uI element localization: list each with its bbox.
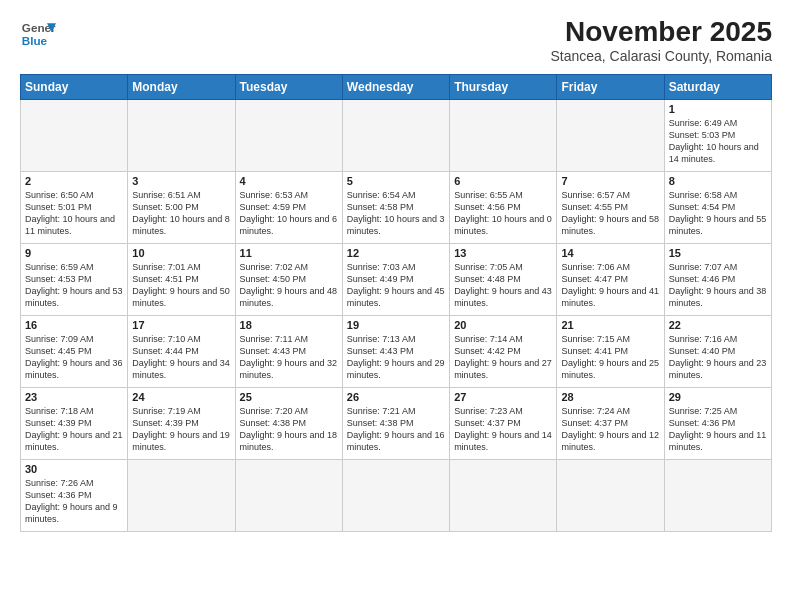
day-cell (557, 100, 664, 172)
col-saturday: Saturday (664, 75, 771, 100)
week-row-2: 9Sunrise: 6:59 AM Sunset: 4:53 PM Daylig… (21, 244, 772, 316)
day-info: Sunrise: 7:03 AM Sunset: 4:49 PM Dayligh… (347, 261, 445, 310)
day-number: 18 (240, 319, 338, 331)
day-info: Sunrise: 7:06 AM Sunset: 4:47 PM Dayligh… (561, 261, 659, 310)
day-cell: 3Sunrise: 6:51 AM Sunset: 5:00 PM Daylig… (128, 172, 235, 244)
day-info: Sunrise: 7:14 AM Sunset: 4:42 PM Dayligh… (454, 333, 552, 382)
day-cell (342, 100, 449, 172)
day-info: Sunrise: 6:50 AM Sunset: 5:01 PM Dayligh… (25, 189, 123, 238)
week-row-1: 2Sunrise: 6:50 AM Sunset: 5:01 PM Daylig… (21, 172, 772, 244)
day-cell: 12Sunrise: 7:03 AM Sunset: 4:49 PM Dayli… (342, 244, 449, 316)
day-info: Sunrise: 6:54 AM Sunset: 4:58 PM Dayligh… (347, 189, 445, 238)
day-cell: 25Sunrise: 7:20 AM Sunset: 4:38 PM Dayli… (235, 388, 342, 460)
day-number: 4 (240, 175, 338, 187)
day-info: Sunrise: 7:24 AM Sunset: 4:37 PM Dayligh… (561, 405, 659, 454)
day-cell: 24Sunrise: 7:19 AM Sunset: 4:39 PM Dayli… (128, 388, 235, 460)
day-cell: 4Sunrise: 6:53 AM Sunset: 4:59 PM Daylig… (235, 172, 342, 244)
calendar-title: November 2025 (550, 16, 772, 48)
day-number: 15 (669, 247, 767, 259)
day-number: 19 (347, 319, 445, 331)
day-cell: 22Sunrise: 7:16 AM Sunset: 4:40 PM Dayli… (664, 316, 771, 388)
day-cell (450, 460, 557, 532)
day-info: Sunrise: 7:16 AM Sunset: 4:40 PM Dayligh… (669, 333, 767, 382)
week-row-5: 30Sunrise: 7:26 AM Sunset: 4:36 PM Dayli… (21, 460, 772, 532)
day-info: Sunrise: 7:13 AM Sunset: 4:43 PM Dayligh… (347, 333, 445, 382)
day-cell: 21Sunrise: 7:15 AM Sunset: 4:41 PM Dayli… (557, 316, 664, 388)
week-row-3: 16Sunrise: 7:09 AM Sunset: 4:45 PM Dayli… (21, 316, 772, 388)
day-cell: 16Sunrise: 7:09 AM Sunset: 4:45 PM Dayli… (21, 316, 128, 388)
day-cell: 11Sunrise: 7:02 AM Sunset: 4:50 PM Dayli… (235, 244, 342, 316)
day-info: Sunrise: 7:10 AM Sunset: 4:44 PM Dayligh… (132, 333, 230, 382)
day-number: 13 (454, 247, 552, 259)
day-cell (664, 460, 771, 532)
day-cell: 30Sunrise: 7:26 AM Sunset: 4:36 PM Dayli… (21, 460, 128, 532)
calendar-body: 1Sunrise: 6:49 AM Sunset: 5:03 PM Daylig… (21, 100, 772, 532)
day-info: Sunrise: 7:26 AM Sunset: 4:36 PM Dayligh… (25, 477, 123, 526)
week-row-0: 1Sunrise: 6:49 AM Sunset: 5:03 PM Daylig… (21, 100, 772, 172)
day-cell: 15Sunrise: 7:07 AM Sunset: 4:46 PM Dayli… (664, 244, 771, 316)
day-info: Sunrise: 7:19 AM Sunset: 4:39 PM Dayligh… (132, 405, 230, 454)
day-number: 22 (669, 319, 767, 331)
day-number: 20 (454, 319, 552, 331)
day-cell: 18Sunrise: 7:11 AM Sunset: 4:43 PM Dayli… (235, 316, 342, 388)
calendar-header: Sunday Monday Tuesday Wednesday Thursday… (21, 75, 772, 100)
day-info: Sunrise: 7:21 AM Sunset: 4:38 PM Dayligh… (347, 405, 445, 454)
day-number: 3 (132, 175, 230, 187)
col-friday: Friday (557, 75, 664, 100)
day-number: 27 (454, 391, 552, 403)
day-number: 6 (454, 175, 552, 187)
day-info: Sunrise: 7:25 AM Sunset: 4:36 PM Dayligh… (669, 405, 767, 454)
day-info: Sunrise: 7:01 AM Sunset: 4:51 PM Dayligh… (132, 261, 230, 310)
day-number: 23 (25, 391, 123, 403)
day-cell: 26Sunrise: 7:21 AM Sunset: 4:38 PM Dayli… (342, 388, 449, 460)
day-number: 17 (132, 319, 230, 331)
day-info: Sunrise: 7:05 AM Sunset: 4:48 PM Dayligh… (454, 261, 552, 310)
day-cell: 23Sunrise: 7:18 AM Sunset: 4:39 PM Dayli… (21, 388, 128, 460)
week-row-4: 23Sunrise: 7:18 AM Sunset: 4:39 PM Dayli… (21, 388, 772, 460)
day-info: Sunrise: 7:15 AM Sunset: 4:41 PM Dayligh… (561, 333, 659, 382)
day-number: 8 (669, 175, 767, 187)
day-cell (128, 100, 235, 172)
calendar-subtitle: Stancea, Calarasi County, Romania (550, 48, 772, 64)
day-info: Sunrise: 7:02 AM Sunset: 4:50 PM Dayligh… (240, 261, 338, 310)
day-info: Sunrise: 7:11 AM Sunset: 4:43 PM Dayligh… (240, 333, 338, 382)
day-info: Sunrise: 6:49 AM Sunset: 5:03 PM Dayligh… (669, 117, 767, 166)
col-thursday: Thursday (450, 75, 557, 100)
day-info: Sunrise: 7:23 AM Sunset: 4:37 PM Dayligh… (454, 405, 552, 454)
day-cell: 1Sunrise: 6:49 AM Sunset: 5:03 PM Daylig… (664, 100, 771, 172)
day-cell (450, 100, 557, 172)
day-number: 1 (669, 103, 767, 115)
day-info: Sunrise: 6:53 AM Sunset: 4:59 PM Dayligh… (240, 189, 338, 238)
day-cell (128, 460, 235, 532)
day-cell: 9Sunrise: 6:59 AM Sunset: 4:53 PM Daylig… (21, 244, 128, 316)
weekday-row: Sunday Monday Tuesday Wednesday Thursday… (21, 75, 772, 100)
col-sunday: Sunday (21, 75, 128, 100)
day-info: Sunrise: 6:58 AM Sunset: 4:54 PM Dayligh… (669, 189, 767, 238)
day-number: 16 (25, 319, 123, 331)
col-tuesday: Tuesday (235, 75, 342, 100)
col-wednesday: Wednesday (342, 75, 449, 100)
day-cell: 5Sunrise: 6:54 AM Sunset: 4:58 PM Daylig… (342, 172, 449, 244)
day-cell: 17Sunrise: 7:10 AM Sunset: 4:44 PM Dayli… (128, 316, 235, 388)
day-number: 5 (347, 175, 445, 187)
day-number: 28 (561, 391, 659, 403)
day-cell: 19Sunrise: 7:13 AM Sunset: 4:43 PM Dayli… (342, 316, 449, 388)
day-info: Sunrise: 6:57 AM Sunset: 4:55 PM Dayligh… (561, 189, 659, 238)
day-number: 26 (347, 391, 445, 403)
day-cell (21, 100, 128, 172)
day-number: 30 (25, 463, 123, 475)
day-cell: 8Sunrise: 6:58 AM Sunset: 4:54 PM Daylig… (664, 172, 771, 244)
day-info: Sunrise: 7:18 AM Sunset: 4:39 PM Dayligh… (25, 405, 123, 454)
calendar-table: Sunday Monday Tuesday Wednesday Thursday… (20, 74, 772, 532)
day-number: 25 (240, 391, 338, 403)
day-number: 7 (561, 175, 659, 187)
day-cell: 28Sunrise: 7:24 AM Sunset: 4:37 PM Dayli… (557, 388, 664, 460)
logo-icon: General Blue (20, 16, 56, 52)
day-number: 9 (25, 247, 123, 259)
day-number: 14 (561, 247, 659, 259)
day-cell: 14Sunrise: 7:06 AM Sunset: 4:47 PM Dayli… (557, 244, 664, 316)
day-cell: 29Sunrise: 7:25 AM Sunset: 4:36 PM Dayli… (664, 388, 771, 460)
day-number: 24 (132, 391, 230, 403)
col-monday: Monday (128, 75, 235, 100)
day-number: 2 (25, 175, 123, 187)
